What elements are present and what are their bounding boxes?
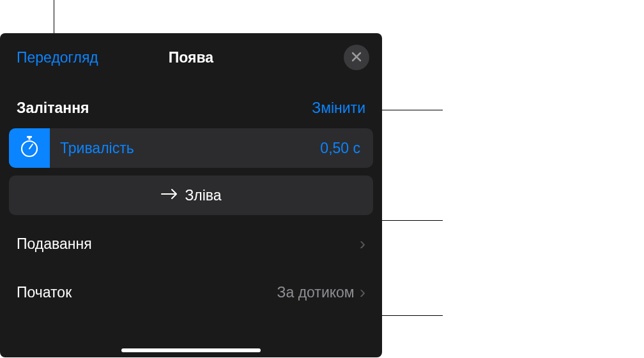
chevron-right-icon: ›: [360, 234, 365, 254]
arrow-right-icon: [160, 188, 178, 203]
start-row[interactable]: Початок За дотиком ›: [0, 272, 382, 312]
callout-line-direction: [374, 220, 443, 221]
start-label: Початок: [17, 284, 72, 301]
close-icon: [351, 50, 362, 65]
panel-title: Поява: [169, 49, 213, 66]
preview-button[interactable]: Передогляд: [17, 49, 98, 66]
effect-section-header: Залітання Змінити: [0, 79, 382, 126]
delivery-label: Подавання: [17, 235, 92, 253]
chevron-right-icon: ›: [360, 282, 365, 302]
animation-panel: Передогляд Поява Залітання Змінити Трива…: [0, 33, 382, 357]
close-button[interactable]: [344, 45, 369, 70]
duration-row[interactable]: Тривалість 0,50 с: [9, 128, 373, 168]
panel-header: Передогляд Поява: [0, 33, 382, 79]
duration-value: 0,50 с: [320, 140, 373, 157]
home-indicator: [121, 348, 261, 352]
svg-line-3: [29, 144, 33, 149]
duration-label: Тривалість: [50, 140, 320, 157]
duration-icon-box: [9, 128, 50, 168]
direction-row[interactable]: Зліва: [9, 175, 373, 215]
effect-name-label: Залітання: [17, 100, 89, 117]
start-value: За дотиком: [277, 284, 355, 301]
stopwatch-icon: [20, 136, 39, 160]
direction-label: Зліва: [185, 187, 221, 204]
svg-rect-1: [29, 137, 31, 140]
change-button[interactable]: Змінити: [312, 100, 365, 117]
delivery-row[interactable]: Подавання ›: [0, 224, 382, 264]
